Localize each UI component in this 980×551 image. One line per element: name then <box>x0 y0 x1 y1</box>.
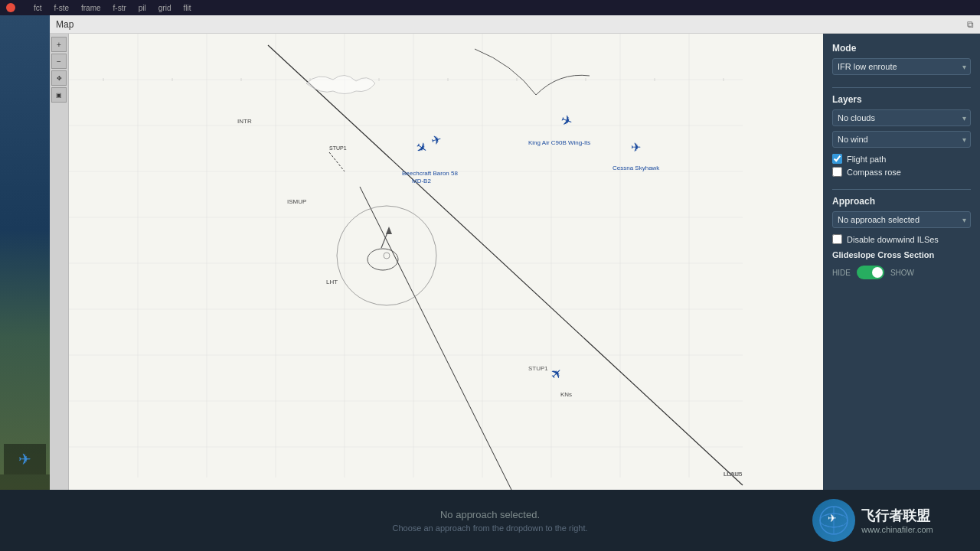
menu-item-grid[interactable]: grid <box>158 4 172 12</box>
svg-text:✈: ✈ <box>430 132 443 148</box>
menubar: fct f-ste frame f-str pil grid flit <box>0 0 980 15</box>
flight-path-checkbox[interactable] <box>832 154 842 164</box>
window-title: Map <box>56 19 74 30</box>
logo-url: www.chinafiler.com <box>861 525 933 534</box>
svg-line-33 <box>381 229 389 248</box>
flight-path-row[interactable]: Flight path <box>832 154 971 164</box>
title-bar: Map ⧉ <box>50 15 980 34</box>
mode-dropdown[interactable]: IFR low enroute IFR high enroute VFR sec… <box>832 58 971 75</box>
disable-downwind-row[interactable]: Disable downwind ILSes <box>832 234 971 244</box>
clouds-dropdown-wrapper[interactable]: No clouds Few clouds Scattered Broken Ov… <box>832 109 971 126</box>
svg-text:INTR: INTR <box>237 118 252 125</box>
show-label: SHOW <box>890 269 914 277</box>
menu-item-frame[interactable]: frame <box>81 4 101 12</box>
menu-item-fct[interactable]: fct <box>34 4 42 12</box>
glideslope-label: Glideslope Cross Section <box>832 250 971 259</box>
svg-text:✈: ✈ <box>631 141 641 154</box>
svg-text:Beechcraft Baron 58: Beechcraft Baron 58 <box>402 170 458 177</box>
approach-dropdown[interactable]: No approach selected <box>832 211 971 228</box>
disable-downwind-label: Disable downwind ILSes <box>847 235 939 244</box>
svg-text:MD-B2: MD-B2 <box>412 178 431 184</box>
mode-dropdown-wrapper[interactable]: IFR low enroute IFR high enroute VFR sec… <box>832 58 971 75</box>
wind-dropdown-wrapper[interactable]: No wind Light wind Moderate wind Strong … <box>832 131 971 148</box>
svg-text:King Air C90B Wing-Its: King Air C90B Wing-Its <box>528 139 590 146</box>
logo-area: ✈ 飞行者联盟 www.chinafiler.com <box>766 490 980 551</box>
svg-point-31 <box>384 253 390 259</box>
right-panel: Mode IFR low enroute IFR high enroute VF… <box>823 34 980 551</box>
pan-button[interactable]: ✥ <box>51 70 67 86</box>
logo-circle: ✈ <box>812 499 855 542</box>
select-button[interactable]: ▣ <box>51 87 67 103</box>
clouds-dropdown[interactable]: No clouds Few clouds Scattered Broken Ov… <box>832 109 971 126</box>
logo-text-block: 飞行者联盟 www.chinafiler.com <box>861 507 933 534</box>
hide-label: HIDE <box>832 269 851 277</box>
svg-line-29 <box>360 187 521 508</box>
close-button[interactable] <box>6 3 15 12</box>
menu-item-fste[interactable]: f-ste <box>54 4 69 12</box>
map-area[interactable]: INTR ISMUP LHT LLAU5 ✈ Beechcraft Baron … <box>69 34 823 551</box>
left-toolbar: + − ✥ ▣ <box>50 34 69 551</box>
svg-line-50 <box>329 152 345 171</box>
main-window: Map ⧉ + − ✥ ▣ <box>50 15 980 551</box>
menu-item-fstr[interactable]: f-str <box>113 4 126 12</box>
svg-point-32 <box>368 249 398 270</box>
svg-text:LLAU5: LLAU5 <box>724 471 740 477</box>
status-main: No approach selected. <box>440 509 540 520</box>
logo-name: 飞行者联盟 <box>861 507 933 525</box>
approach-label: Approach <box>832 196 971 207</box>
content-area: + − ✥ ▣ <box>50 34 980 551</box>
compass-rose-row[interactable]: Compass rose <box>832 167 971 177</box>
svg-text:✈: ✈ <box>828 512 837 524</box>
layers-section: Layers No clouds Few clouds Scattered Br… <box>832 94 971 177</box>
svg-text:STUP1: STUP1 <box>329 145 347 151</box>
svg-text:Cessna Skyhawk: Cessna Skyhawk <box>612 165 660 171</box>
svg-point-30 <box>337 206 436 305</box>
svg-text:✈: ✈ <box>559 112 575 130</box>
svg-marker-34 <box>386 227 392 234</box>
svg-text:✈: ✈ <box>547 364 567 383</box>
approach-section: Approach No approach selected Disable do… <box>832 196 971 279</box>
zoom-out-button[interactable]: − <box>51 54 67 69</box>
svg-text:LHT: LHT <box>326 279 338 285</box>
svg-text:LLAU5: LLAU5 <box>724 471 743 478</box>
svg-text:ISMUP: ISMUP <box>287 198 306 205</box>
svg-text:✈: ✈ <box>413 138 431 157</box>
flight-path-label: Flight path <box>847 155 886 164</box>
compass-rose-label: Compass rose <box>847 168 901 177</box>
mode-label: Mode <box>832 43 971 54</box>
svg-text:KNs: KNs <box>560 391 572 398</box>
zoom-in-button[interactable]: + <box>51 37 67 52</box>
bottom-bar: No approach selected. Choose an approach… <box>0 490 980 551</box>
menu-item-flit[interactable]: flit <box>184 4 191 12</box>
menu-item-pil[interactable]: pil <box>139 4 146 12</box>
wind-dropdown[interactable]: No wind Light wind Moderate wind Strong … <box>832 131 971 148</box>
glideslope-toggle-row: HIDE SHOW <box>832 266 971 279</box>
status-sub: Choose an approach from the dropdown to … <box>393 523 588 533</box>
svg-line-28 <box>268 45 743 485</box>
map-svg: INTR ISMUP LHT LLAU5 ✈ Beechcraft Baron … <box>69 34 823 551</box>
mode-section: Mode IFR low enroute IFR high enroute VF… <box>832 43 971 75</box>
window-maximize[interactable]: ⧉ <box>967 19 974 30</box>
layers-label: Layers <box>832 94 971 105</box>
approach-dropdown-wrapper[interactable]: No approach selected <box>832 211 971 228</box>
svg-text:STUP1: STUP1 <box>528 365 548 372</box>
compass-rose-checkbox[interactable] <box>832 167 842 177</box>
glideslope-toggle[interactable] <box>857 266 884 279</box>
left-photo-strip: ✈ <box>0 15 50 551</box>
disable-downwind-checkbox[interactable] <box>832 234 842 244</box>
